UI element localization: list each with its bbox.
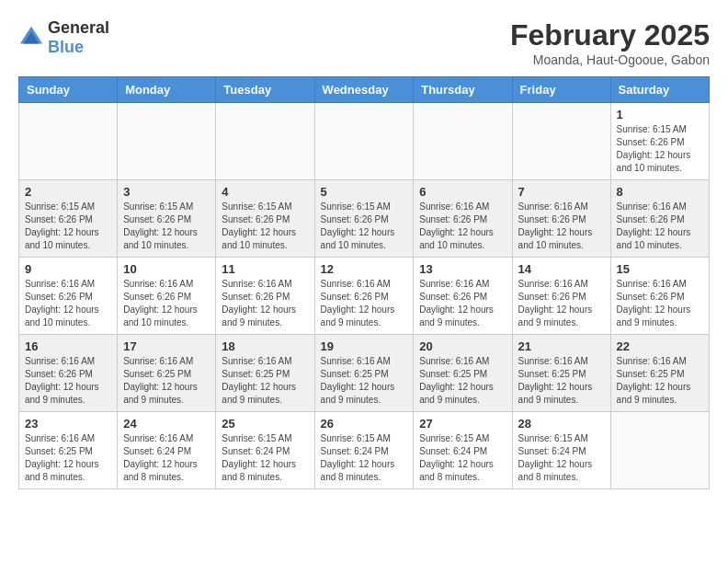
calendar-day-cell: 20Sunrise: 6:16 AM Sunset: 6:25 PM Dayli… — [414, 335, 512, 412]
calendar-day-cell: 3Sunrise: 6:15 AM Sunset: 6:26 PM Daylig… — [118, 180, 216, 258]
day-info: Sunrise: 6:16 AM Sunset: 6:25 PM Dayligh… — [25, 432, 111, 484]
day-info: Sunrise: 6:16 AM Sunset: 6:26 PM Dayligh… — [617, 201, 703, 252]
calendar-day-cell: 16Sunrise: 6:16 AM Sunset: 6:26 PM Dayli… — [19, 335, 118, 412]
day-header-monday: Monday — [118, 77, 216, 103]
subtitle: Moanda, Haut-Ogooue, Gabon — [510, 52, 710, 67]
calendar-week-row: 2Sunrise: 6:15 AM Sunset: 6:26 PM Daylig… — [19, 180, 710, 258]
calendar-day-cell: 7Sunrise: 6:16 AM Sunset: 6:26 PM Daylig… — [512, 180, 610, 258]
day-header-friday: Friday — [512, 77, 610, 103]
day-number: 2 — [25, 185, 111, 199]
logo-icon — [18, 25, 44, 51]
calendar-week-row: 16Sunrise: 6:16 AM Sunset: 6:26 PM Dayli… — [19, 335, 710, 412]
calendar-week-row: 9Sunrise: 6:16 AM Sunset: 6:26 PM Daylig… — [19, 258, 710, 335]
day-header-saturday: Saturday — [610, 77, 709, 103]
calendar-day-cell: 15Sunrise: 6:16 AM Sunset: 6:26 PM Dayli… — [610, 258, 709, 335]
calendar-day-cell: 17Sunrise: 6:16 AM Sunset: 6:25 PM Dayli… — [118, 335, 216, 412]
calendar-day-cell: 25Sunrise: 6:15 AM Sunset: 6:24 PM Dayli… — [216, 412, 314, 489]
day-number: 12 — [321, 262, 408, 276]
day-info: Sunrise: 6:16 AM Sunset: 6:26 PM Dayligh… — [617, 278, 703, 329]
day-number: 18 — [222, 339, 308, 353]
calendar-day-cell: 24Sunrise: 6:16 AM Sunset: 6:24 PM Dayli… — [118, 412, 216, 489]
day-info: Sunrise: 6:16 AM Sunset: 6:26 PM Dayligh… — [25, 278, 111, 329]
day-info: Sunrise: 6:16 AM Sunset: 6:25 PM Dayligh… — [419, 355, 506, 407]
header: General Blue February 2025 Moanda, Haut-… — [18, 18, 710, 67]
day-number: 6 — [419, 185, 506, 199]
calendar-day-cell: 21Sunrise: 6:16 AM Sunset: 6:25 PM Dayli… — [512, 335, 610, 412]
calendar-day-cell: 6Sunrise: 6:16 AM Sunset: 6:26 PM Daylig… — [414, 180, 512, 258]
calendar-day-cell: 26Sunrise: 6:15 AM Sunset: 6:24 PM Dayli… — [314, 412, 414, 489]
day-info: Sunrise: 6:15 AM Sunset: 6:26 PM Dayligh… — [321, 201, 408, 252]
month-title: February 2025 — [510, 18, 710, 52]
calendar-week-row: 1Sunrise: 6:15 AM Sunset: 6:26 PM Daylig… — [19, 103, 710, 180]
calendar-day-cell: 2Sunrise: 6:15 AM Sunset: 6:26 PM Daylig… — [19, 180, 118, 258]
calendar-day-cell: 12Sunrise: 6:16 AM Sunset: 6:26 PM Dayli… — [314, 258, 414, 335]
day-number: 5 — [321, 185, 408, 199]
day-info: Sunrise: 6:15 AM Sunset: 6:26 PM Dayligh… — [222, 201, 308, 252]
calendar-table: SundayMondayTuesdayWednesdayThursdayFrid… — [18, 76, 710, 489]
calendar-day-cell: 5Sunrise: 6:15 AM Sunset: 6:26 PM Daylig… — [314, 180, 414, 258]
day-number: 16 — [25, 339, 111, 353]
logo-general: General — [48, 18, 109, 37]
day-info: Sunrise: 6:16 AM Sunset: 6:25 PM Dayligh… — [617, 355, 703, 407]
day-header-thursday: Thursday — [414, 77, 512, 103]
day-info: Sunrise: 6:16 AM Sunset: 6:26 PM Dayligh… — [518, 278, 605, 329]
calendar-day-cell — [414, 103, 512, 180]
day-number: 19 — [321, 339, 408, 353]
day-info: Sunrise: 6:16 AM Sunset: 6:26 PM Dayligh… — [123, 278, 210, 329]
day-header-sunday: Sunday — [19, 77, 118, 103]
calendar-day-cell: 4Sunrise: 6:15 AM Sunset: 6:26 PM Daylig… — [216, 180, 314, 258]
day-number: 13 — [419, 262, 506, 276]
calendar-day-cell: 10Sunrise: 6:16 AM Sunset: 6:26 PM Dayli… — [118, 258, 216, 335]
day-number: 21 — [518, 339, 605, 353]
day-number: 8 — [617, 185, 703, 199]
logo: General Blue — [18, 18, 109, 57]
day-info: Sunrise: 6:15 AM Sunset: 6:24 PM Dayligh… — [419, 432, 506, 484]
calendar-day-cell: 11Sunrise: 6:16 AM Sunset: 6:26 PM Dayli… — [216, 258, 314, 335]
day-number: 20 — [419, 339, 506, 353]
day-number: 17 — [123, 339, 210, 353]
day-number: 23 — [25, 417, 111, 431]
calendar-week-row: 23Sunrise: 6:16 AM Sunset: 6:25 PM Dayli… — [19, 412, 710, 489]
logo-text: General Blue — [48, 18, 109, 57]
day-number: 10 — [123, 262, 210, 276]
day-number: 9 — [25, 262, 111, 276]
day-info: Sunrise: 6:16 AM Sunset: 6:26 PM Dayligh… — [518, 201, 605, 252]
calendar-day-cell: 22Sunrise: 6:16 AM Sunset: 6:25 PM Dayli… — [610, 335, 709, 412]
day-info: Sunrise: 6:15 AM Sunset: 6:26 PM Dayligh… — [617, 123, 703, 175]
calendar-day-cell: 27Sunrise: 6:15 AM Sunset: 6:24 PM Dayli… — [414, 412, 512, 489]
day-info: Sunrise: 6:16 AM Sunset: 6:24 PM Dayligh… — [123, 432, 210, 484]
day-info: Sunrise: 6:15 AM Sunset: 6:26 PM Dayligh… — [123, 201, 210, 252]
calendar-day-cell — [216, 103, 314, 180]
calendar-day-cell: 18Sunrise: 6:16 AM Sunset: 6:25 PM Dayli… — [216, 335, 314, 412]
day-header-wednesday: Wednesday — [314, 77, 414, 103]
calendar-day-cell — [512, 103, 610, 180]
day-info: Sunrise: 6:15 AM Sunset: 6:24 PM Dayligh… — [222, 432, 308, 484]
day-info: Sunrise: 6:15 AM Sunset: 6:24 PM Dayligh… — [518, 432, 605, 484]
day-number: 11 — [222, 262, 308, 276]
day-info: Sunrise: 6:15 AM Sunset: 6:26 PM Dayligh… — [25, 201, 111, 252]
day-info: Sunrise: 6:16 AM Sunset: 6:26 PM Dayligh… — [419, 201, 506, 252]
calendar-day-cell: 1Sunrise: 6:15 AM Sunset: 6:26 PM Daylig… — [610, 103, 709, 180]
day-number: 14 — [518, 262, 605, 276]
calendar-day-cell — [118, 103, 216, 180]
day-info: Sunrise: 6:16 AM Sunset: 6:26 PM Dayligh… — [321, 278, 408, 329]
day-info: Sunrise: 6:16 AM Sunset: 6:25 PM Dayligh… — [321, 355, 408, 407]
day-number: 26 — [321, 417, 408, 431]
calendar-day-cell: 23Sunrise: 6:16 AM Sunset: 6:25 PM Dayli… — [19, 412, 118, 489]
day-info: Sunrise: 6:16 AM Sunset: 6:26 PM Dayligh… — [222, 278, 308, 329]
day-number: 4 — [222, 185, 308, 199]
calendar-header-row: SundayMondayTuesdayWednesdayThursdayFrid… — [19, 77, 710, 103]
day-number: 27 — [419, 417, 506, 431]
day-number: 28 — [518, 417, 605, 431]
day-info: Sunrise: 6:16 AM Sunset: 6:26 PM Dayligh… — [419, 278, 506, 329]
day-number: 7 — [518, 185, 605, 199]
calendar-day-cell: 19Sunrise: 6:16 AM Sunset: 6:25 PM Dayli… — [314, 335, 414, 412]
calendar-day-cell — [314, 103, 414, 180]
logo-blue: Blue — [48, 38, 84, 56]
calendar-day-cell: 8Sunrise: 6:16 AM Sunset: 6:26 PM Daylig… — [610, 180, 709, 258]
day-number: 25 — [222, 417, 308, 431]
title-area: February 2025 Moanda, Haut-Ogooue, Gabon — [510, 18, 710, 67]
calendar-day-cell — [610, 412, 709, 489]
calendar-day-cell: 9Sunrise: 6:16 AM Sunset: 6:26 PM Daylig… — [19, 258, 118, 335]
day-info: Sunrise: 6:16 AM Sunset: 6:26 PM Dayligh… — [25, 355, 111, 407]
